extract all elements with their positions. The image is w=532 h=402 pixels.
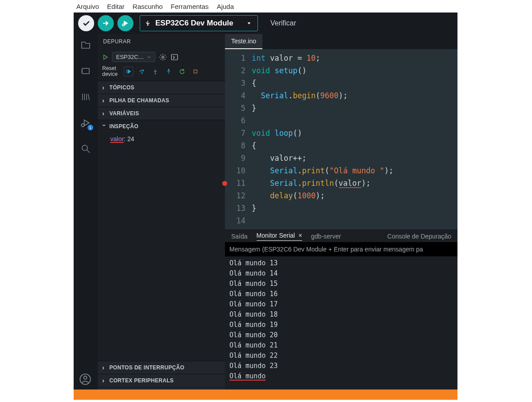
section-cortex-peripherals[interactable]: CORTEX PERIPHERALS (98, 374, 225, 387)
serial-line: Olá mundo 18 (229, 310, 453, 320)
code-line[interactable]: int valor = 10; (252, 52, 457, 64)
serial-line: Olá mundo 16 (229, 289, 453, 299)
debug-console-icon[interactable] (170, 53, 179, 61)
close-icon[interactable]: × (297, 232, 302, 239)
serial-line: Olá mundo 22 (229, 351, 453, 361)
serial-line: Olá mundo 23 (229, 361, 453, 371)
panel-debug-console[interactable]: Console de Depuração (387, 233, 451, 240)
section-breakpoints[interactable]: PONTOS DE INTERRUPÇÃO (98, 361, 225, 374)
menu-ferramentas[interactable]: Ferramentas (171, 3, 209, 10)
section-variables[interactable]: VARIÁVEIS (98, 107, 225, 120)
code-line[interactable] (252, 114, 457, 127)
watch-name: valor (110, 136, 124, 143)
breakpoint-icon[interactable] (222, 181, 227, 186)
code-line[interactable]: } (252, 202, 457, 214)
svg-point-12 (81, 124, 84, 127)
svg-rect-25 (194, 70, 197, 73)
code-line[interactable]: { (252, 77, 457, 89)
svg-marker-3 (247, 22, 250, 24)
explorer-icon[interactable] (79, 38, 92, 52)
menubar: Arquivo Editar Rascunho Ferramentas Ajud… (74, 0, 457, 13)
reset-device-label: Reset device (102, 66, 120, 77)
bottom-panel-tabs: Saída Monitor Serial × gdb-server Consol… (225, 230, 457, 242)
continue-icon[interactable] (124, 67, 133, 76)
code-line[interactable]: { (252, 139, 457, 152)
code-line[interactable]: Serial.println(valor); (252, 177, 457, 189)
debug-config-dropdown[interactable]: ESP32C… (112, 52, 155, 62)
debug-button[interactable] (117, 15, 133, 31)
svg-point-24 (168, 69, 169, 70)
serial-line: Olá mundo 15 (229, 279, 453, 289)
gear-icon[interactable] (159, 53, 167, 61)
watch-value: 24 (127, 135, 134, 142)
profile-icon[interactable] (79, 373, 92, 386)
svg-point-13 (82, 145, 87, 151)
serial-line: Olá mundo 20 (229, 330, 453, 340)
activity-bar: 1 (74, 34, 98, 400)
code-line[interactable]: valor++; (252, 152, 457, 164)
action-label: Verificar (270, 19, 296, 27)
statusbar (74, 389, 457, 400)
panel-serial-monitor[interactable]: Monitor Serial × (257, 232, 302, 241)
code-line[interactable]: Serial.print("Olá mundo "); (252, 164, 457, 177)
serial-output: Olá mundo 13Olá mundo 14Olá mundo 15Olá … (225, 256, 457, 383)
debug-activity-icon[interactable]: 1 (79, 116, 92, 130)
svg-point-2 (122, 24, 125, 26)
code-line[interactable]: } (252, 102, 457, 114)
menu-ajuda[interactable]: Ajuda (217, 3, 234, 10)
stop-icon[interactable] (191, 67, 200, 76)
start-debug-icon[interactable] (102, 54, 108, 60)
toolbar: ESP32C6 Dev Module Verificar (74, 13, 457, 34)
verify-button[interactable] (78, 15, 94, 31)
panel-gdb-server[interactable]: gdb-server (311, 233, 341, 240)
code-editor[interactable]: 1234567891011121314int valor = 10;void s… (225, 49, 457, 230)
menu-editar[interactable]: Editar (107, 3, 125, 10)
serial-line: Olá mundo 19 (229, 320, 453, 330)
board-selector[interactable]: ESP32C6 Dev Module (140, 15, 258, 31)
restart-icon[interactable] (177, 67, 187, 76)
chevron-down-icon (247, 21, 251, 25)
code-line[interactable]: delay(1000); (252, 189, 457, 202)
debug-badge: 1 (87, 125, 93, 130)
code-line[interactable]: void setup() (252, 64, 457, 77)
section-topics[interactable]: TÓPICOS (98, 81, 225, 94)
code-line[interactable]: Serial.begin(9600); (252, 89, 457, 102)
serial-line: Olá mundo 14 (229, 268, 453, 279)
svg-point-22 (155, 73, 156, 74)
svg-marker-19 (128, 70, 131, 73)
editor-tabbar: Teste.ino (225, 34, 457, 49)
serial-line: Olá mundo 21 (229, 340, 453, 351)
library-icon[interactable] (79, 90, 92, 104)
step-over-icon[interactable] (137, 67, 147, 76)
menu-rascunho[interactable]: Rascunho (133, 3, 163, 10)
svg-marker-15 (104, 55, 108, 59)
serial-line: Olá mundo 17 (229, 299, 453, 310)
upload-button[interactable] (98, 15, 114, 31)
svg-point-20 (141, 73, 142, 74)
svg-point-16 (162, 56, 164, 58)
section-callstack[interactable]: PILHA DE CHAMADAS (98, 94, 225, 107)
code-line[interactable] (252, 214, 457, 227)
svg-point-27 (84, 376, 87, 379)
panel-output[interactable]: Saída (231, 233, 248, 240)
chevron-down-icon (147, 55, 151, 59)
watch-row[interactable]: valor: 24 (98, 133, 225, 146)
serial-line: Olá mundo 13 (229, 258, 453, 268)
boards-icon[interactable] (79, 64, 92, 78)
debug-config-label: ESP32C… (116, 54, 144, 60)
code-line[interactable]: void loop() (252, 127, 457, 139)
debug-title: DEPURAR (98, 34, 225, 49)
step-into-icon[interactable] (150, 67, 160, 76)
serial-input[interactable]: Mensagem (ESP32C6 Dev Module + Enter par… (225, 242, 457, 256)
svg-rect-4 (82, 68, 89, 74)
menu-arquivo[interactable]: Arquivo (76, 3, 99, 10)
debug-panel: DEPURAR ESP32C… Reset device TÓPICOS PIL… (98, 34, 225, 400)
usb-icon (145, 19, 151, 28)
search-icon[interactable] (79, 142, 92, 155)
svg-line-10 (88, 94, 90, 100)
board-name: ESP32C6 Dev Module (155, 19, 233, 28)
editor-tab[interactable]: Teste.ino (225, 34, 262, 49)
step-out-icon[interactable] (164, 67, 174, 76)
section-watch[interactable]: INSPEÇÃO (98, 120, 225, 133)
editor-area: Teste.ino 1234567891011121314int valor =… (225, 34, 457, 400)
